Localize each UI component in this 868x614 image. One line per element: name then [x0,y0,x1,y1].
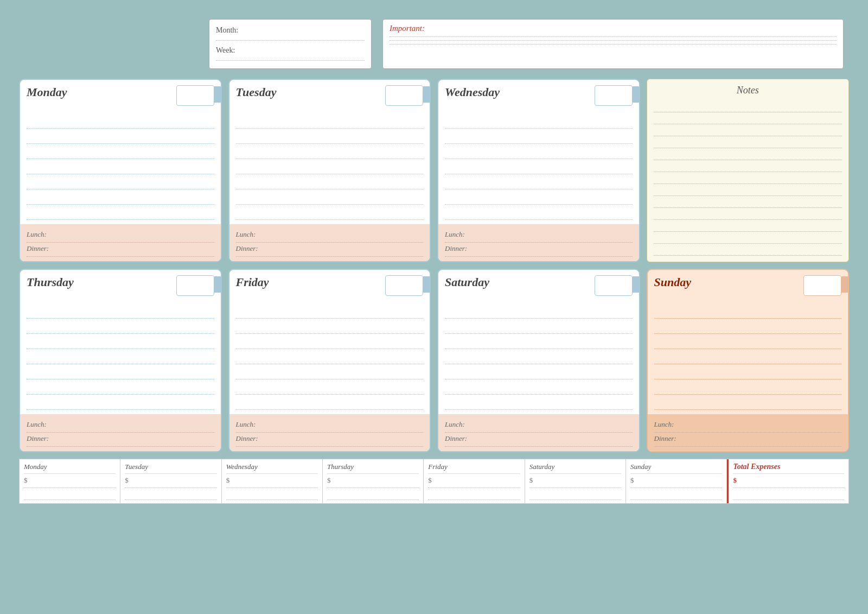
month-label: Month: [216,24,365,37]
saturday-tab [633,276,640,293]
thursday-lunch: Lunch: [27,419,214,433]
friday-date-box[interactable] [385,275,423,296]
saturday-line7 [445,395,633,410]
thursday-line6 [27,379,214,395]
friday-expense-cell: Friday $ [424,459,525,503]
expense-row: Monday $ Tuesday $ Wednesday $ Thursday … [19,459,849,504]
monday-body [20,109,221,224]
important-box: Important: [382,19,844,69]
wednesday-line4 [445,159,633,174]
thursday-meals: Lunch: Dinner: [20,414,221,451]
wednesday-expense-label: Wednesday [226,463,318,474]
monday-line6 [27,189,214,205]
tuesday-amount: $ [125,476,216,488]
monday-date-box[interactable] [176,85,214,106]
tuesday-line6 [236,189,424,205]
sunday-line3 [654,334,842,349]
wednesday-line7 [445,205,633,220]
friday-header: Friday [229,270,430,299]
friday-tab [423,276,431,293]
saturday-line5 [445,364,633,379]
monday-line5 [27,174,214,189]
week-line [216,60,365,61]
friday-line4 [236,349,424,364]
thursday-line5 [27,364,214,379]
monday-meals: Lunch: Dinner: [20,224,221,261]
sunday-dinner: Dinner: [654,433,842,447]
monday-expense-label: Monday [24,463,116,474]
wednesday-label: Wednesday [445,85,590,99]
saturday-header: Saturday [438,270,639,299]
tuesday-date-box[interactable] [385,85,423,106]
sunday-date-box[interactable] [803,275,841,296]
wednesday-amount: $ [226,476,318,488]
monday-line7 [27,205,214,220]
tuesday-line3 [236,144,424,159]
thursday-date-box[interactable] [176,275,214,296]
friday-amount: $ [428,476,520,488]
sunday-line7 [654,395,842,410]
friday-label: Friday [236,275,381,289]
thursday-expense-label: Thursday [327,463,419,474]
thursday-expense-line [327,490,419,500]
saturday-line3 [445,334,633,349]
sunday-expense-label: Sunday [630,463,722,474]
wednesday-meals: Lunch: Dinner: [438,224,639,261]
wednesday-expense-cell: Wednesday $ [222,459,323,503]
friday-line5 [236,364,424,379]
important-label: Important: [390,24,837,33]
friday-line1 [236,303,424,319]
wednesday-line1 [445,113,633,129]
notes-line13 [654,244,843,256]
saturday-body [438,299,639,414]
notes-title: Notes [654,85,843,96]
friday-lunch: Lunch: [236,419,424,433]
thursday-tab [214,276,222,293]
notes-line12 [654,232,843,244]
tuesday-body [229,109,430,224]
saturday-amount: $ [529,476,621,488]
total-expense-label: Total Expenses [733,463,844,474]
month-line [216,40,365,41]
friday-line3 [236,334,424,349]
monday-label: Monday [27,85,172,99]
wednesday-line2 [445,129,633,144]
sunday-body [648,299,848,414]
saturday-dinner: Dinner: [445,433,633,447]
thursday-dinner: Dinner: [27,433,214,447]
wednesday-body [438,109,639,224]
wednesday-line5 [445,174,633,189]
notes-line1 [654,100,843,112]
tuesday-expense-cell: Tuesday $ [120,459,221,503]
wednesday-tab [633,86,640,103]
wednesday-dinner: Dinner: [445,243,633,257]
notes-line11 [654,220,843,232]
saturday-label: Saturday [445,275,590,289]
monday-line2 [27,129,214,144]
notes-line5 [654,148,843,160]
wednesday-date-box[interactable] [595,85,633,106]
tuesday-line2 [236,129,424,144]
row1-grid: Monday Lunch: Dinner: Tuesday [19,79,849,262]
saturday-meals: Lunch: Dinner: [438,414,639,451]
monday-card: Monday Lunch: Dinner: [19,79,222,262]
sunday-line1 [654,303,842,319]
sunday-expense-cell: Sunday $ [626,459,727,503]
tuesday-lunch: Lunch: [236,229,424,243]
monday-lunch: Lunch: [27,229,214,243]
important-line2 [390,40,837,41]
friday-line2 [236,319,424,334]
tuesday-card: Tuesday Lunch: Dinner: [228,79,431,262]
notes-line8 [654,184,843,196]
wednesday-lunch: Lunch: [445,229,633,243]
saturday-date-box[interactable] [595,275,633,296]
total-expense-line [733,490,844,500]
sunday-header: Sunday [648,270,848,299]
saturday-card: Saturday Lunch: Dinner: [437,269,640,452]
thursday-card: Thursday Lunch: Dinner: [19,269,222,452]
wednesday-card: Wednesday Lunch: Dinner: [437,79,640,262]
sunday-card: Sunday Lunch: Dinner: [647,269,850,452]
total-expense-cell: Total Expenses $ [727,459,848,503]
thursday-amount: $ [327,476,419,488]
notes-line2 [654,112,843,124]
